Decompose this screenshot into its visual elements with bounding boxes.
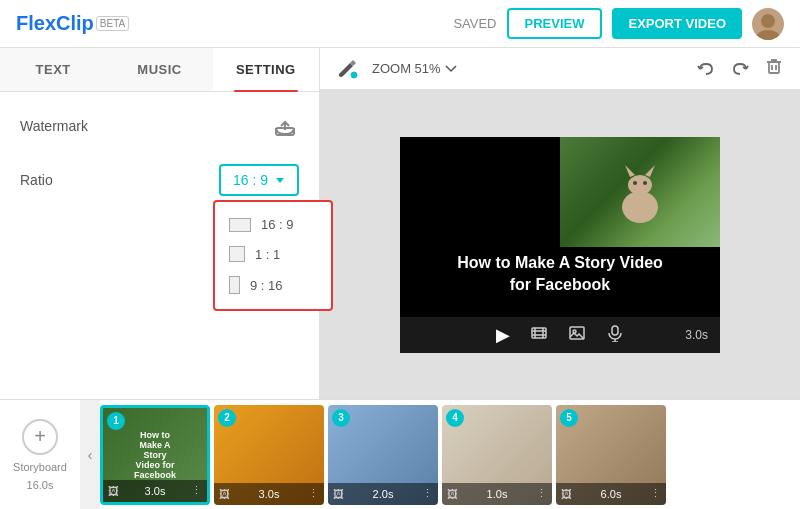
ratio-dropdown-button[interactable]: 16 : 9	[219, 164, 299, 196]
redo-icon[interactable]	[730, 59, 750, 79]
storyboard-info: + Storyboard 16.0s	[0, 419, 80, 491]
clip-1-duration: 3.0s	[145, 485, 166, 497]
clip-1-text: How to Make A Story Video for Facebook	[129, 430, 181, 480]
svg-point-1	[756, 30, 780, 40]
ratio-current-value: 16 : 9	[233, 172, 268, 188]
svg-marker-9	[625, 165, 635, 177]
clip-5-menu-icon[interactable]: ⋮	[650, 487, 661, 500]
clip-3[interactable]: 3 🖼 2.0s ⋮	[328, 405, 438, 505]
clip-2-number: 2	[218, 409, 236, 427]
svg-point-7	[622, 191, 658, 223]
left-panel: TEXT MUSIC SETTING Watermark Ratio	[0, 48, 320, 399]
clip-3-footer: 🖼 2.0s ⋮	[328, 483, 438, 505]
clip-1-number: 1	[107, 412, 125, 430]
preview-button[interactable]: PREVIEW	[507, 8, 603, 39]
svg-point-12	[643, 181, 647, 185]
video-controls-bar: ▶	[400, 317, 720, 353]
clip-3-duration: 2.0s	[373, 488, 394, 500]
undo-icon[interactable]	[696, 59, 716, 79]
logo-text: FlexClip	[16, 12, 94, 35]
zoom-label: ZOOM 51%	[372, 61, 441, 76]
clip-1-type-icon: 🖼	[108, 485, 119, 497]
clip-4[interactable]: 4 🖼 1.0s ⋮	[442, 405, 552, 505]
clip-5-footer: 🖼 6.0s ⋮	[556, 483, 666, 505]
main-area: TEXT MUSIC SETTING Watermark Ratio	[0, 48, 800, 399]
clip-5-duration: 6.0s	[601, 488, 622, 500]
ratio-option-9-16[interactable]: 9 : 16	[215, 269, 331, 301]
svg-rect-21	[612, 326, 618, 335]
clip-5[interactable]: 5 🖼 6.0s ⋮	[556, 405, 666, 505]
storyboard-prev-arrow[interactable]: ‹	[80, 400, 100, 510]
logo: FlexClip BETA	[16, 12, 129, 35]
video-dark-overlay	[400, 137, 560, 247]
avatar[interactable]	[752, 8, 784, 40]
svg-point-8	[628, 175, 652, 195]
tab-text[interactable]: TEXT	[0, 48, 106, 91]
play-button[interactable]: ▶	[496, 324, 510, 346]
ratio-row: Ratio 16 : 9 16 : 9 1 : 1	[20, 164, 299, 196]
delete-icon[interactable]	[764, 56, 784, 81]
chevron-down-icon	[276, 178, 284, 183]
image-icon[interactable]	[568, 324, 586, 346]
tab-bar: TEXT MUSIC SETTING	[0, 48, 319, 92]
clip-3-number: 3	[332, 409, 350, 427]
ratio-label: Ratio	[20, 172, 53, 188]
clip-4-type-icon: 🖼	[447, 488, 458, 500]
video-player-container: How to Make A Story Video for Facebook ▶	[400, 137, 720, 353]
export-button[interactable]: EXPORT VIDEO	[612, 8, 742, 39]
tab-setting[interactable]: SETTING	[213, 48, 319, 91]
paint-bucket-icon[interactable]	[336, 58, 358, 80]
clip-5-number: 5	[560, 409, 578, 427]
ratio-option-1-1[interactable]: 1 : 1	[215, 239, 331, 269]
clips-container: 1 How to Make A Story Video for Facebook…	[100, 405, 800, 505]
storyboard-label: Storyboard	[13, 461, 67, 473]
storyboard-total-duration: 16.0s	[27, 479, 54, 491]
saved-status: SAVED	[453, 16, 496, 31]
app-header: FlexClip BETA SAVED PREVIEW EXPORT VIDEO	[0, 0, 800, 48]
clip-2-type-icon: 🖼	[219, 488, 230, 500]
video-title-text: How to Make A Story Video for Facebook	[400, 252, 720, 297]
video-clip-icon[interactable]	[530, 324, 548, 346]
cat-svg	[600, 157, 680, 227]
video-canvas: How to Make A Story Video for Facebook	[400, 137, 720, 317]
clip-4-footer: 🖼 1.0s ⋮	[442, 483, 552, 505]
right-area: ZOOM 51%	[320, 48, 800, 399]
tab-music[interactable]: MUSIC	[106, 48, 212, 91]
watermark-label: Watermark	[20, 118, 88, 134]
clip-4-menu-icon[interactable]: ⋮	[536, 487, 547, 500]
ratio-icon-square	[229, 246, 245, 262]
upload-icon[interactable]	[271, 112, 299, 140]
clip-4-duration: 1.0s	[487, 488, 508, 500]
clip-2-duration: 3.0s	[259, 488, 280, 500]
microphone-icon[interactable]	[606, 324, 624, 346]
svg-point-13	[637, 186, 643, 190]
video-preview: How to Make A Story Video for Facebook ▶	[320, 90, 800, 399]
clip-2-footer: 🖼 3.0s ⋮	[214, 483, 324, 505]
clip-2[interactable]: 2 🖼 3.0s ⋮	[214, 405, 324, 505]
svg-point-3	[351, 72, 357, 78]
svg-point-0	[761, 14, 775, 28]
video-toolbar: ZOOM 51%	[320, 48, 800, 90]
clip-1[interactable]: 1 How to Make A Story Video for Facebook…	[100, 405, 210, 505]
ratio-dropdown-wrapper: 16 : 9 16 : 9 1 : 1	[219, 164, 299, 196]
ratio-icon-portrait	[229, 276, 240, 294]
panel-content: Watermark Ratio 16 : 9	[0, 92, 319, 399]
clip-1-menu-icon[interactable]: ⋮	[191, 484, 202, 497]
svg-rect-14	[532, 328, 546, 338]
clip-3-menu-icon[interactable]: ⋮	[422, 487, 433, 500]
video-duration: 3.0s	[685, 328, 708, 342]
clip-3-type-icon: 🖼	[333, 488, 344, 500]
header-right: SAVED PREVIEW EXPORT VIDEO	[453, 8, 784, 40]
watermark-row: Watermark	[20, 112, 299, 140]
ratio-option-16-9[interactable]: 16 : 9	[215, 210, 331, 239]
zoom-control[interactable]: ZOOM 51%	[372, 61, 457, 76]
beta-badge: BETA	[96, 16, 129, 31]
svg-marker-10	[645, 165, 655, 177]
ratio-icon-wide	[229, 218, 251, 232]
video-thumbnail-image	[560, 137, 720, 247]
clip-2-menu-icon[interactable]: ⋮	[308, 487, 319, 500]
clip-4-number: 4	[446, 409, 464, 427]
add-clip-button[interactable]: +	[22, 419, 58, 455]
clip-1-footer: 🖼 3.0s ⋮	[103, 480, 207, 502]
ratio-dropdown-menu: 16 : 9 1 : 1 9 : 16	[213, 200, 333, 311]
